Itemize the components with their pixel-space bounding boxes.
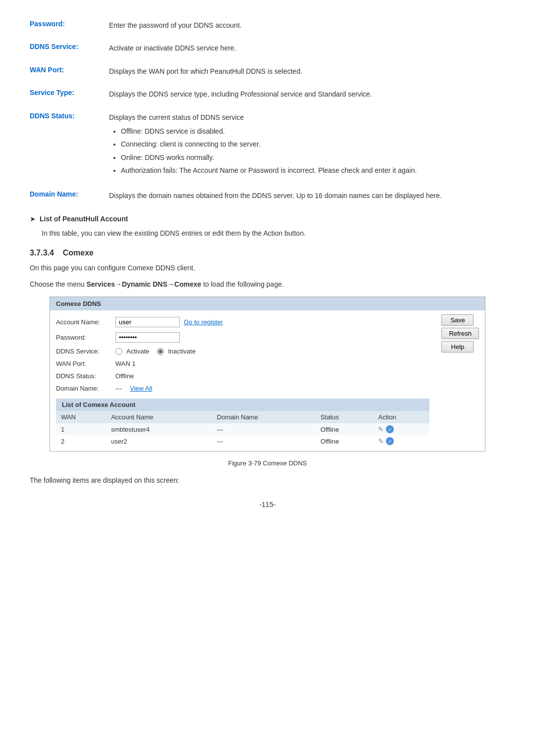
form-row: Password: <box>56 330 429 345</box>
col-action: Action <box>373 411 429 423</box>
field-desc: Enter the password of your DDNS account. <box>109 20 505 31</box>
form-row: DDNS Service:ActivateInactivate <box>56 345 429 357</box>
table-row: 1smbtestuser4---Offline✎✓ <box>56 423 429 435</box>
form-row-value: Offline <box>115 372 134 380</box>
list-item: Connecting: client is connecting to the … <box>121 139 505 150</box>
field-row: WAN Port:Displays the WAN port for which… <box>30 66 505 77</box>
field-desc: Displays the WAN port for which PeanutHu… <box>109 66 505 77</box>
activate-label: Activate <box>126 348 149 355</box>
list-section-title: List of PeanutHull Account <box>40 215 128 223</box>
field-row: Password:Enter the password of your DDNS… <box>30 20 505 31</box>
field-label: DDNS Service: <box>30 43 109 50</box>
edit-icon[interactable]: ✎ <box>378 437 384 445</box>
following-items: The following items are displayed on thi… <box>30 475 505 486</box>
subsection-heading: 3.7.3.4 Comexe <box>30 249 505 257</box>
cell-action: ✎✓ <box>373 435 429 447</box>
account-table: List of Comexe Account WAN Account Name … <box>56 399 429 447</box>
form-row: Account Name:Go to register <box>56 314 429 330</box>
edit-icon[interactable]: ✎ <box>378 425 384 433</box>
cell-wan: 2 <box>56 435 106 447</box>
cell-action: ✎✓ <box>373 423 429 435</box>
form-row-label: WAN Port: <box>56 360 115 367</box>
form-row-label: Account Name: <box>56 318 115 326</box>
form-row: WAN Port:WAN 1 <box>56 357 429 370</box>
field-row: DDNS Status:Displays the current status … <box>30 112 505 178</box>
go-to-register-link[interactable]: Go to register <box>184 318 223 326</box>
cell-status: Offline <box>316 423 373 435</box>
cell-domain: --- <box>212 435 316 447</box>
form-row-value: ---View All <box>115 385 152 392</box>
cell-domain: --- <box>212 423 316 435</box>
cell-status: Offline <box>316 435 373 447</box>
field-row: Service Type:Displays the DDNS service t… <box>30 89 505 100</box>
form-row-value: ActivateInactivate <box>115 348 200 355</box>
col-account-name: Account Name <box>106 411 212 423</box>
form-row-label: Domain Name: <box>56 385 115 392</box>
field-label: DDNS Status: <box>30 112 109 120</box>
field-desc: Displays the DDNS service type, includin… <box>109 89 505 100</box>
activate-radio[interactable] <box>115 348 122 355</box>
col-domain-name: Domain Name <box>212 411 316 423</box>
panel-buttons: Save Refresh Help <box>435 310 485 451</box>
account-table-columns: WAN Account Name Domain Name Status Acti… <box>56 411 429 423</box>
field-label: WAN Port: <box>30 66 109 74</box>
panel-body: Account Name:Go to registerPassword:DDNS… <box>50 310 485 451</box>
account-table-body: 1smbtestuser4---Offline✎✓2user2---Offlin… <box>56 423 429 447</box>
form-row-label: DDNS Status: <box>56 372 115 380</box>
list-item: Online: DDNS works normally. <box>121 152 505 163</box>
field-desc: Displays the current status of DDNS serv… <box>109 112 505 178</box>
password-input[interactable] <box>115 332 180 343</box>
list-section-note: In this table, you can view the existing… <box>42 228 505 239</box>
form-row: Domain Name:---View All <box>56 382 429 395</box>
col-wan: WAN <box>56 411 106 423</box>
arrow-icon: ➤ <box>30 215 36 223</box>
fields-section: Password:Enter the password of your DDNS… <box>30 20 505 201</box>
form-row: DDNS Status:Offline <box>56 370 429 382</box>
field-row: DDNS Service:Activate or inactivate DDNS… <box>30 43 505 53</box>
col-status: Status <box>316 411 373 423</box>
panel-form: Account Name:Go to registerPassword:DDNS… <box>50 310 435 451</box>
field-label: Password: <box>30 20 109 28</box>
field-label: Service Type: <box>30 89 109 97</box>
menu-instruction: Choose the menu Services→Dynamic DNS→Com… <box>30 279 505 290</box>
view-all-link[interactable]: View All <box>130 385 152 392</box>
account-name-input[interactable] <box>115 317 180 327</box>
account-table-subheader: List of Comexe Account <box>56 399 429 411</box>
table-row: 2user2---Offline✎✓ <box>56 435 429 447</box>
check-icon[interactable]: ✓ <box>386 437 394 445</box>
form-row-value <box>115 332 180 343</box>
account-list-header: List of Comexe Account <box>56 399 429 411</box>
figure-caption: Figure 3-79 Comexe DDNS <box>30 459 505 467</box>
page-number: -115- <box>30 501 505 508</box>
field-label: Domain Name: <box>30 190 109 198</box>
comexe-ddns-panel: Comexe DDNS Account Name:Go to registerP… <box>50 297 485 452</box>
cell-wan: 1 <box>56 423 106 435</box>
form-row-value: Go to register <box>115 317 223 327</box>
form-row-label: Password: <box>56 334 115 341</box>
panel-header: Comexe DDNS <box>50 297 485 310</box>
list-item: Offline: DDNS service is disabled. <box>121 126 505 137</box>
check-icon[interactable]: ✓ <box>386 425 394 433</box>
field-row: Domain Name:Displays the domain names ob… <box>30 190 505 201</box>
inactivate-radio[interactable] <box>157 348 164 355</box>
form-row-text-value: WAN 1 <box>115 360 136 367</box>
field-desc: Displays the domain names obtained from … <box>109 190 505 201</box>
cell-account: smbtestuser4 <box>106 423 212 435</box>
account-list-section: List of Comexe Account WAN Account Name … <box>56 399 429 447</box>
form-row-text-value: --- <box>115 385 122 392</box>
field-desc: Activate or inactivate DDNS service here… <box>109 43 505 53</box>
form-rows: Account Name:Go to registerPassword:DDNS… <box>56 314 429 395</box>
list-item: Authorization fails: The Account Name or… <box>121 165 505 176</box>
inactivate-label: Inactivate <box>168 348 196 355</box>
form-row-label: DDNS Service: <box>56 348 115 355</box>
form-row-value: WAN 1 <box>115 360 136 367</box>
save-button[interactable]: Save <box>441 314 474 326</box>
menu-path: Services→Dynamic DNS→Comexe <box>86 280 201 288</box>
cell-account: user2 <box>106 435 212 447</box>
subsection-note: On this page you can configure Comexe DD… <box>30 262 505 273</box>
refresh-button[interactable]: Refresh <box>441 328 479 339</box>
form-row-text-value: Offline <box>115 372 134 380</box>
list-section-header: ➤ List of PeanutHull Account <box>30 215 505 223</box>
help-button[interactable]: Help <box>441 341 474 353</box>
